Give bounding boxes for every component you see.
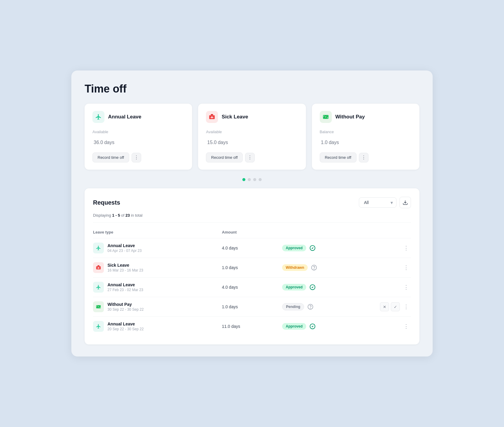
status-badge-3: Approved <box>282 284 306 290</box>
sick-leave-actions: Record time off ⋮ <box>206 152 298 162</box>
table-row: Annual Leave 27 Feb 23 - 02 Mar 23 4.0 d… <box>93 277 411 297</box>
svg-point-7 <box>323 116 324 117</box>
row-status-area-3: Approved ⋮ <box>282 283 411 291</box>
annual-leave-value: 36.0days <box>92 135 184 146</box>
col-header-status <box>282 230 411 234</box>
filter-select[interactable]: All Approved Pending Withdrawn <box>359 197 397 208</box>
row-leave-info-5: Annual Leave 20 Sep 22 - 30 Sep 22 <box>93 321 222 332</box>
annual-leave-label: Available <box>92 130 184 134</box>
row-leave-date-5: 20 Sep 22 - 30 Sep 22 <box>107 327 144 331</box>
row-more-btn-3[interactable]: ⋮ <box>402 283 411 291</box>
displaying-text: Displaying 1 - 5 of 23 in total <box>93 213 411 223</box>
row-amount-5: 11.0 days <box>222 324 282 329</box>
status-icon-5 <box>309 323 316 330</box>
table-row: Without Pay 30 Sep 22 - 30 Sep 22 1.0 da… <box>93 297 411 316</box>
row-leave-date-1: 04 Apr 23 - 07 Apr 23 <box>107 249 142 253</box>
without-pay-card-header: Without Pay <box>320 111 412 123</box>
row-leave-info-2: Sick Leave 16 Mar 23 - 16 Mar 23 <box>93 262 222 273</box>
pay-record-btn[interactable]: Record time off <box>320 152 356 162</box>
row-status-area-1: Approved ⋮ <box>282 244 411 252</box>
annual-record-btn[interactable]: Record time off <box>92 152 129 162</box>
dot-3[interactable] <box>253 178 256 181</box>
status-icon-2 <box>311 264 317 271</box>
col-header-leave-type: Leave type <box>93 230 222 234</box>
annual-leave-card: Annual Leave Available 36.0days Record t… <box>85 104 192 170</box>
row-leave-name-3: Annual Leave <box>107 282 143 287</box>
filter-select-wrapper: All Approved Pending Withdrawn <box>359 197 397 208</box>
row-amount-2: 1.0 days <box>222 265 282 270</box>
row-status-area-4: Pending ✕ ✓ ⋮ <box>282 302 411 311</box>
row-leave-name-5: Annual Leave <box>107 322 144 326</box>
sick-record-btn[interactable]: Record time off <box>206 152 243 162</box>
row-leave-name-1: Annual Leave <box>107 243 142 248</box>
sick-more-btn[interactable]: ⋮ <box>245 153 255 162</box>
sick-leave-icon <box>206 111 218 123</box>
table-header: Leave type Amount <box>93 228 411 237</box>
row-actions-4: ✕ ✓ ⋮ <box>380 302 411 311</box>
reject-btn-4[interactable]: ✕ <box>380 302 389 311</box>
row-leave-name-2: Sick Leave <box>107 263 143 268</box>
sick-leave-card-header: Sick Leave <box>206 111 298 123</box>
row-icon-annual-1 <box>93 243 104 253</box>
svg-rect-1 <box>211 114 213 115</box>
row-amount-4: 1.0 days <box>222 304 282 309</box>
page-title: Time off <box>85 83 419 95</box>
requests-header: Requests All Approved Pending Withdrawn <box>93 197 411 208</box>
svg-point-6 <box>325 116 326 118</box>
without-pay-card-title: Without Pay <box>335 114 365 120</box>
requests-panel: Requests All Approved Pending Withdrawn <box>85 188 419 344</box>
sick-leave-label: Available <box>206 130 298 134</box>
col-header-amount: Amount <box>222 230 282 234</box>
row-status-area-2: Withdrawn ⋮ <box>282 264 411 272</box>
sick-leave-value: 15.0days <box>206 135 298 146</box>
table-row: Sick Leave 16 Mar 23 - 16 Mar 23 1.0 day… <box>93 258 411 277</box>
requests-title: Requests <box>93 199 120 206</box>
status-badge-4: Pending <box>282 303 304 310</box>
requests-filter: All Approved Pending Withdrawn <box>359 197 411 208</box>
status-icon-4 <box>307 303 314 310</box>
row-icon-annual-5 <box>93 321 104 332</box>
without-pay-icon <box>320 111 332 123</box>
row-leave-info-3: Annual Leave 27 Feb 23 - 02 Mar 23 <box>93 282 222 293</box>
row-leave-date-2: 16 Mar 23 - 16 Mar 23 <box>107 268 143 272</box>
dot-4[interactable] <box>259 178 262 181</box>
annual-leave-icon <box>92 111 104 123</box>
sick-leave-card-title: Sick Leave <box>222 114 248 120</box>
svg-point-8 <box>327 117 328 118</box>
row-leave-info-1: Annual Leave 04 Apr 23 - 07 Apr 23 <box>93 243 222 253</box>
download-btn[interactable] <box>400 197 411 208</box>
status-badge-5: Approved <box>282 323 306 330</box>
status-icon-1 <box>309 245 316 251</box>
row-leave-date-3: 27 Feb 23 - 02 Mar 23 <box>107 288 143 292</box>
svg-rect-3 <box>211 117 213 118</box>
row-more-btn-5[interactable]: ⋮ <box>402 322 411 330</box>
row-leave-name-4: Without Pay <box>107 302 144 307</box>
svg-rect-12 <box>98 265 99 266</box>
annual-leave-actions: Record time off ⋮ <box>92 152 184 162</box>
sick-leave-card: Sick Leave Available 15.0days Record tim… <box>198 104 306 170</box>
annual-leave-card-title: Annual Leave <box>108 114 142 120</box>
without-pay-card: Without Pay Balance 1.0days Record time … <box>312 104 419 170</box>
row-amount-1: 4.0 days <box>222 246 282 250</box>
status-icon-3 <box>309 284 316 290</box>
row-more-btn-1[interactable]: ⋮ <box>402 244 411 252</box>
row-amount-3: 4.0 days <box>222 285 282 290</box>
dot-1[interactable] <box>242 178 245 181</box>
svg-point-22 <box>100 307 100 308</box>
row-leave-date-4: 30 Sep 22 - 30 Sep 22 <box>107 307 144 312</box>
main-container: Time off Annual Leave Available 36.0days… <box>71 71 433 356</box>
row-icon-pay-4 <box>93 301 104 312</box>
annual-leave-card-header: Annual Leave <box>92 111 184 123</box>
row-icon-sick-2 <box>93 262 104 273</box>
svg-rect-14 <box>97 268 100 268</box>
row-more-btn-4[interactable]: ⋮ <box>402 303 411 311</box>
pay-more-btn[interactable]: ⋮ <box>359 153 369 162</box>
annual-more-btn[interactable]: ⋮ <box>132 153 141 162</box>
status-badge-1: Approved <box>282 245 306 251</box>
approve-btn-4[interactable]: ✓ <box>391 302 400 311</box>
leave-cards-row: Annual Leave Available 36.0days Record t… <box>85 104 419 170</box>
row-more-btn-2[interactable]: ⋮ <box>402 264 411 272</box>
without-pay-actions: Record time off ⋮ <box>320 152 412 162</box>
dot-2[interactable] <box>248 178 251 181</box>
svg-point-21 <box>97 306 97 306</box>
